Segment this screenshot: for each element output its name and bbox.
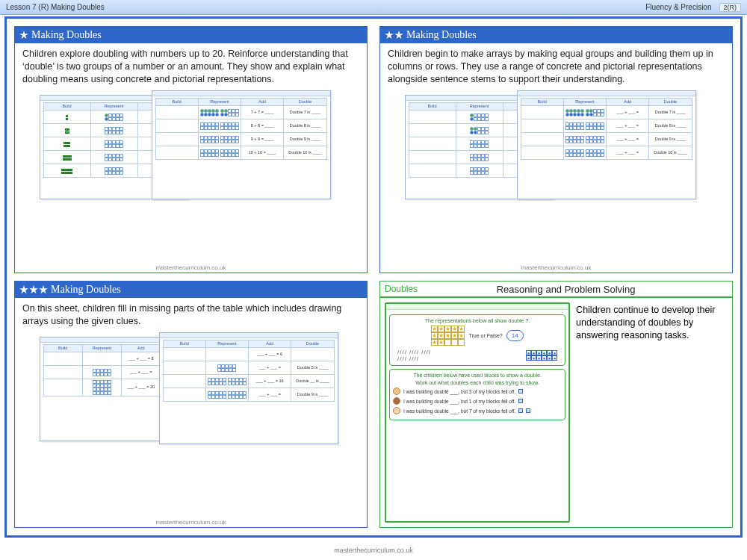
dot-array-icon bbox=[526, 350, 557, 361]
tally-icon: //// //// //////// //// bbox=[397, 349, 431, 362]
worksheet-table: BuildRepresentAddDouble ___ + ___ = Doub… bbox=[521, 98, 692, 160]
worksheet-preview: BuildRepresentAddDouble ___ + ___ = Doub… bbox=[517, 90, 696, 199]
task-prompt: The children below have used blocks to s… bbox=[393, 373, 562, 378]
worksheet-previews: BuildRepresentAdd 1 + 1 = 2 2 + 2 = bbox=[405, 90, 708, 202]
worksheet-table: BuildRepresentAddDouble ___ + ___ = 6 __… bbox=[163, 340, 335, 402]
card-3-star: Making Doubles On this sheet, children f… bbox=[14, 281, 368, 528]
card-title: Making Doubles bbox=[51, 284, 121, 296]
strand-label: Fluency & Precision bbox=[645, 3, 711, 11]
stars-array-icon bbox=[431, 326, 465, 346]
child-statement: I was building double ___, but 7 of my b… bbox=[393, 407, 562, 414]
card-2-star: Making Doubles Children begin to make ar… bbox=[379, 26, 733, 273]
cube-icon bbox=[518, 399, 523, 403]
card-reasoning: Doubles Reasoning and Problem Solving Th… bbox=[379, 281, 733, 528]
task-prompt: The representations below all show doubl… bbox=[393, 318, 562, 323]
card-header: Doubles Reasoning and Problem Solving bbox=[380, 281, 732, 298]
worksheet-previews: BuildRepresentAddDouble ___ + ___ = 8 __… bbox=[40, 332, 343, 444]
card-header: Making Doubles bbox=[15, 27, 367, 43]
content-frame: Making Doubles Children explore doubling… bbox=[4, 16, 743, 538]
cube-icon bbox=[518, 389, 523, 393]
thought-bubble: 14 bbox=[506, 330, 524, 341]
star-icon bbox=[19, 285, 48, 294]
slide-page: Lesson 7 (R) Making Doubles Fluency & Pr… bbox=[0, 0, 747, 560]
card-footer-site: masterthecurriculum.co.uk bbox=[15, 519, 367, 527]
card-description: Children begin to make arrays by making … bbox=[388, 48, 725, 86]
worksheet-previews: BuildRepresentAdd 1 + 1 = 2 2 + 2 = 3 + … bbox=[40, 90, 343, 202]
face-icon bbox=[393, 407, 400, 414]
face-icon bbox=[393, 388, 400, 395]
card-subtitle: Reasoning and Problem Solving bbox=[404, 284, 728, 295]
lesson-title: Lesson 7 (R) Making Doubles bbox=[6, 3, 105, 11]
card-description: On this sheet, children fill in missing … bbox=[22, 302, 359, 328]
lesson-code-badge: 2(R) bbox=[719, 3, 742, 12]
page-footer-site: masterthecurriculum.co.uk bbox=[0, 547, 747, 554]
true-false-label: True or False? bbox=[468, 333, 502, 338]
reasoning-task-1: The representations below all show doubl… bbox=[389, 314, 565, 366]
cube-icon bbox=[518, 408, 523, 413]
cube-icon bbox=[526, 408, 530, 413]
face-icon bbox=[393, 397, 400, 405]
child-statement: I was building double ___, but 3 of my b… bbox=[393, 388, 562, 395]
card-body: On this sheet, children fill in missing … bbox=[15, 298, 367, 519]
card-body: The representations below all show doubl… bbox=[380, 298, 732, 527]
card-title: Making Doubles bbox=[406, 29, 477, 41]
worksheet-preview: BuildRepresentAddDouble ___ + ___ = 6 __… bbox=[159, 332, 338, 444]
star-icon bbox=[385, 31, 403, 40]
card-title: Making Doubles bbox=[31, 29, 102, 41]
card-footer-site: masterthecurriculum.co.uk bbox=[15, 264, 367, 273]
card-body: Children begin to make arrays by making … bbox=[380, 43, 732, 264]
child-statement: I was building double ___, but 1 of my b… bbox=[393, 397, 562, 405]
card-grid: Making Doubles Children explore doubling… bbox=[14, 26, 733, 528]
card-body: Children explore doubling with numbers u… bbox=[15, 43, 367, 264]
card-footer-site: masterthecurriculum.co.uk bbox=[380, 264, 732, 273]
card-header: Making Doubles bbox=[380, 27, 732, 43]
card-description: Children continue to develop their under… bbox=[576, 302, 728, 523]
task-prompt: Work out what doubles each child was try… bbox=[393, 380, 562, 385]
reasoning-preview: The representations below all show doubl… bbox=[385, 302, 570, 523]
card-description: Children explore doubling with numbers u… bbox=[22, 48, 359, 86]
card-header: Making Doubles bbox=[15, 281, 367, 298]
card-1-star: Making Doubles Children explore doubling… bbox=[14, 26, 368, 273]
top-bar: Lesson 7 (R) Making Doubles Fluency & Pr… bbox=[0, 0, 747, 15]
worksheet-table: BuildRepresentAddDouble 7 + 7 = ____Doub… bbox=[155, 98, 327, 160]
star-icon bbox=[19, 31, 28, 40]
worksheet-preview: BuildRepresentAddDouble 7 + 7 = ____Doub… bbox=[152, 90, 331, 199]
reasoning-task-2: The children below have used blocks to s… bbox=[389, 369, 565, 420]
